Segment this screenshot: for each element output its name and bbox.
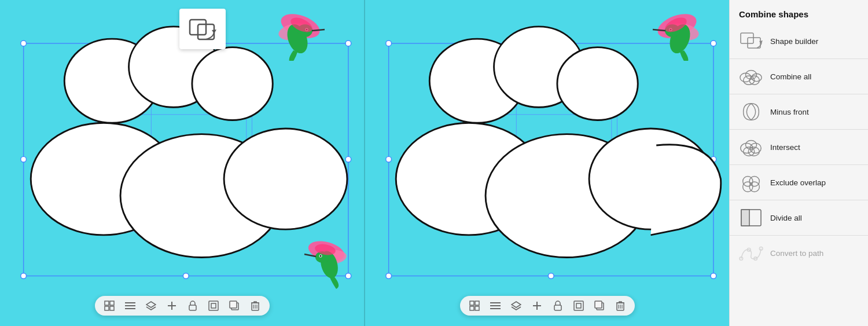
panel-title: Combine shapes <box>730 7 868 25</box>
svg-rect-103 <box>741 33 753 43</box>
svg-rect-98 <box>595 301 602 308</box>
svg-point-4 <box>21 156 27 162</box>
svg-point-64 <box>548 273 554 279</box>
intersect-item[interactable]: Intersect <box>730 131 868 163</box>
hummingbird-top-right <box>271 9 329 69</box>
combine-shapes-panel: Combine shapes Shape builder Comb <box>729 0 868 326</box>
svg-rect-49 <box>209 301 218 310</box>
hummingbird-top-right-2 <box>648 9 706 63</box>
minus-front-label: Minus front <box>770 108 809 116</box>
combine-all-icon <box>739 64 763 89</box>
divide-all-item[interactable]: Divide all <box>730 202 868 234</box>
right-canvas-panel[interactable] <box>365 0 729 326</box>
svg-rect-104 <box>748 38 760 48</box>
duplicate-icon[interactable] <box>228 299 241 312</box>
convert-to-path-icon <box>739 241 763 265</box>
svg-point-65 <box>711 273 716 279</box>
delete-icon[interactable] <box>249 299 262 312</box>
right-bottom-toolbar <box>460 296 635 316</box>
combine-shapes-popup-icon[interactable] <box>179 9 226 49</box>
svg-rect-86 <box>475 301 479 305</box>
add-icon[interactable] <box>165 299 178 312</box>
layers-icon[interactable] <box>145 299 157 312</box>
divide-all-icon <box>739 206 763 230</box>
minus-front-icon <box>739 100 763 124</box>
frame-icon[interactable] <box>207 299 220 312</box>
intersect-icon <box>739 135 763 159</box>
svg-point-119 <box>749 182 759 192</box>
svg-point-19 <box>224 129 347 229</box>
svg-rect-85 <box>470 301 474 305</box>
svg-rect-39 <box>105 301 109 305</box>
svg-point-63 <box>386 273 392 279</box>
divider-6 <box>730 235 868 236</box>
shape-builder-item[interactable]: Shape builder <box>730 25 868 57</box>
svg-point-58 <box>386 41 392 46</box>
left-canvas-panel[interactable] <box>0 0 364 326</box>
svg-rect-42 <box>110 306 114 310</box>
exclude-overlap-item[interactable]: Exclude overlap <box>730 166 868 199</box>
combine-all-item[interactable]: Combine all <box>730 60 868 93</box>
shape-builder-icon <box>739 29 763 53</box>
svg-point-114 <box>744 147 755 156</box>
grid-icon-2[interactable] <box>468 299 481 312</box>
delete-icon-2[interactable] <box>614 299 627 312</box>
svg-point-1 <box>21 41 27 46</box>
minus-front-item[interactable]: Minus front <box>730 96 868 128</box>
menu-icon[interactable] <box>124 299 137 312</box>
left-bottom-toolbar <box>95 296 270 316</box>
grid-icon[interactable] <box>103 299 116 312</box>
svg-rect-50 <box>211 303 216 308</box>
svg-point-7 <box>183 273 189 279</box>
divider-3 <box>730 129 868 130</box>
hummingbird-bottom-right <box>300 231 352 291</box>
svg-point-117 <box>749 177 759 186</box>
divider-1 <box>730 58 868 59</box>
svg-rect-95 <box>574 301 583 310</box>
combine-all-label: Combine all <box>770 72 811 81</box>
exclude-overlap-icon <box>739 170 763 195</box>
svg-rect-87 <box>470 306 474 310</box>
svg-point-61 <box>386 156 392 162</box>
intersect-label: Intersect <box>770 143 800 152</box>
svg-rect-94 <box>554 305 561 310</box>
svg-rect-121 <box>741 210 749 226</box>
svg-point-60 <box>711 41 716 46</box>
layers-icon-2[interactable] <box>510 299 523 312</box>
svg-point-6 <box>21 273 27 279</box>
svg-point-37 <box>320 255 322 257</box>
svg-marker-22 <box>212 30 216 34</box>
svg-rect-40 <box>110 301 114 305</box>
svg-point-5 <box>345 156 351 162</box>
svg-rect-41 <box>105 306 109 310</box>
add-icon-2[interactable] <box>531 299 543 312</box>
svg-rect-48 <box>189 305 196 310</box>
lock-icon[interactable] <box>186 299 199 312</box>
svg-point-16 <box>192 47 273 120</box>
svg-point-3 <box>345 41 351 46</box>
shape-builder-label: Shape builder <box>770 37 818 46</box>
convert-to-path-label: Convert to path <box>770 249 823 258</box>
divide-all-label: Divide all <box>770 214 802 222</box>
svg-rect-88 <box>475 306 479 310</box>
divider-4 <box>730 164 868 165</box>
exclude-overlap-label: Exclude overlap <box>770 178 826 187</box>
convert-to-path-item: Convert to path <box>730 237 868 269</box>
svg-marker-105 <box>759 41 763 44</box>
duplicate-icon-2[interactable] <box>593 299 606 312</box>
menu-icon-2[interactable] <box>489 299 502 312</box>
divider-2 <box>730 94 868 94</box>
svg-rect-96 <box>576 303 581 308</box>
frame-icon-2[interactable] <box>572 299 585 312</box>
lock-icon-2[interactable] <box>551 299 564 312</box>
svg-point-73 <box>557 47 638 120</box>
divider-5 <box>730 200 868 200</box>
svg-rect-52 <box>230 301 237 308</box>
